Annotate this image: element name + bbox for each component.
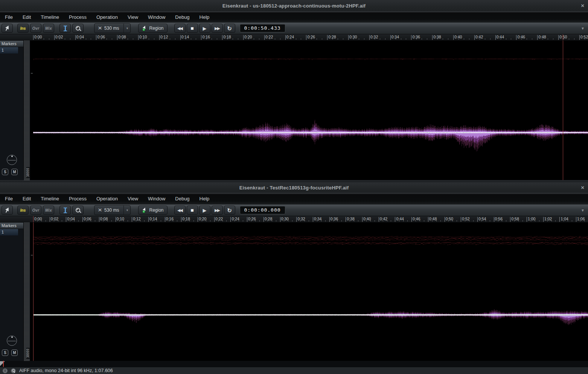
menu-help[interactable]: Help: [195, 11, 215, 23]
menu-edit[interactable]: Edit: [18, 193, 36, 205]
menu-file[interactable]: File: [0, 11, 18, 23]
menu-edit[interactable]: Edit: [18, 11, 36, 23]
rewind-button[interactable]: ◀◀: [174, 206, 186, 215]
mix-mode-button[interactable]: Mix: [43, 206, 54, 215]
menu-timeline[interactable]: Timeline: [36, 193, 64, 205]
marker-row[interactable]: 1: [0, 229, 18, 235]
chevron-down-icon[interactable]: ▾: [123, 24, 130, 33]
ruler-major-tick: [264, 35, 265, 40]
zoom-tool-button[interactable]: +: [72, 24, 84, 33]
pointer-tool-button[interactable]: [2, 24, 13, 33]
ruler-minor-tick: [564, 220, 564, 221]
ruler-time-label: 0:34: [314, 217, 321, 221]
ruler-minor-tick: [152, 220, 153, 221]
play-button[interactable]: ▶: [199, 206, 210, 215]
menu-view[interactable]: View: [123, 193, 143, 205]
ruler-minor-tick: [337, 220, 338, 221]
toolbar-overflow-icon[interactable]: ▼: [581, 208, 585, 212]
ruler-minor-tick: [535, 220, 535, 221]
time-display[interactable]: 0:00:00.000: [240, 206, 285, 214]
stop-button[interactable]: ■: [187, 24, 198, 33]
fast-forward-button[interactable]: ▶▶: [212, 24, 223, 33]
solo-button[interactable]: S: [2, 169, 8, 175]
ruler-time-label: 0:18: [182, 217, 190, 221]
menu-operation[interactable]: Operation: [91, 11, 123, 23]
solo-button[interactable]: S: [2, 350, 8, 356]
close-icon[interactable]: ×: [581, 0, 584, 11]
mute-button[interactable]: M: [11, 350, 18, 356]
ruler-time-label: 0:08: [100, 217, 108, 221]
pan-knob[interactable]: [7, 336, 17, 346]
blend-time-dropdown[interactable]: × 530 ms ▾: [94, 23, 131, 33]
insert-mode-button[interactable]: Ins: [17, 206, 29, 215]
timeline-ruler[interactable]: 0:000:020:040:060:080:100:120:140:160:18…: [0, 34, 588, 41]
mute-button[interactable]: M: [11, 169, 18, 175]
ruler-time-label: 0:24: [232, 217, 239, 221]
menu-window[interactable]: Window: [143, 11, 170, 23]
waveform-display[interactable]: [30, 41, 588, 180]
ruler-time-label: 0:14: [149, 217, 157, 221]
menu-debug[interactable]: Debug: [170, 11, 194, 23]
insert-mode-button[interactable]: Ins: [17, 24, 29, 33]
marker-row[interactable]: 1: [0, 47, 18, 53]
menu-file[interactable]: File: [0, 193, 18, 205]
play-button[interactable]: ▶: [199, 24, 210, 33]
menu-view[interactable]: View: [123, 11, 143, 23]
ruler-minor-tick: [443, 38, 443, 40]
ruler-time-label: 0:00: [34, 217, 42, 221]
pointer-tool-button[interactable]: [2, 206, 13, 215]
ruler-time-label: 0:22: [215, 217, 223, 221]
ruler-major-tick: [116, 217, 116, 222]
ruler-minor-tick: [212, 38, 212, 40]
time-display[interactable]: 0:00:50.433: [240, 24, 285, 32]
ruler-major-tick: [296, 217, 297, 222]
text-cursor-tool-button[interactable]: [59, 206, 71, 215]
ruler-minor-tick: [239, 220, 239, 221]
mix-mode-button[interactable]: Mix: [43, 24, 54, 33]
menu-window[interactable]: Window: [143, 193, 170, 205]
overwrite-mode-button[interactable]: Ovr: [30, 206, 41, 215]
menu-debug[interactable]: Debug: [170, 193, 194, 205]
blend-time-dropdown[interactable]: × 530 ms ▾: [94, 205, 131, 215]
chevron-down-icon[interactable]: ▾: [123, 206, 130, 215]
text-cursor-tool-button[interactable]: [59, 24, 71, 33]
toolbar-overflow-icon[interactable]: ▼: [581, 26, 585, 31]
stop-button[interactable]: ■: [187, 206, 198, 215]
ruler-minor-tick: [37, 220, 38, 221]
waveform-display[interactable]: [30, 223, 588, 361]
overwrite-mode-label: Ovr: [32, 26, 40, 31]
menu-process[interactable]: Process: [64, 11, 91, 23]
menu-help[interactable]: Help: [195, 193, 215, 205]
overwrite-mode-button[interactable]: Ovr: [30, 24, 41, 33]
ruler-minor-tick: [91, 220, 91, 221]
window-titlebar[interactable]: Eisenkraut - TestRec180513g-focusriteHPF…: [0, 182, 588, 193]
ruler-minor-tick: [206, 220, 206, 221]
close-icon[interactable]: ×: [581, 182, 584, 193]
pointer-icon: [4, 25, 11, 32]
loop-button[interactable]: ↻: [224, 206, 235, 215]
ruler-minor-tick: [437, 38, 438, 40]
timeline-ruler[interactable]: 0:000:020:040:060:080:100:120:140:160:18…: [0, 216, 588, 223]
ruler-time-label: 0:12: [133, 217, 140, 221]
ruler-minor-tick: [86, 38, 86, 40]
ruler-time-label: 0:58: [511, 217, 519, 221]
loop-button[interactable]: ↻: [224, 24, 235, 33]
magnifier-status-icon: [11, 368, 16, 373]
play-icon: ▶: [203, 208, 207, 213]
pan-knob[interactable]: [7, 155, 17, 165]
zoom-tool-button[interactable]: +: [72, 206, 84, 215]
region-button[interactable]: Region: [138, 24, 167, 33]
vertical-zoom-strip[interactable]: 38000: [23, 41, 30, 180]
rewind-button[interactable]: ◀◀: [174, 24, 186, 33]
timeline-overview-strip[interactable]: [0, 361, 588, 367]
ruler-minor-tick: [457, 220, 457, 221]
ruler-major-tick: [165, 217, 165, 222]
menu-operation[interactable]: Operation: [91, 193, 123, 205]
menu-timeline[interactable]: Timeline: [36, 11, 64, 23]
vertical-zoom-strip[interactable]: 38000: [23, 223, 30, 361]
window-titlebar[interactable]: Eisenkraut - us-180512-approach-continuo…: [0, 0, 588, 11]
fast-forward-button[interactable]: ▶▶: [212, 206, 223, 215]
region-button[interactable]: Region: [138, 206, 167, 215]
menu-process[interactable]: Process: [64, 193, 91, 205]
ruler-minor-tick: [358, 220, 358, 221]
